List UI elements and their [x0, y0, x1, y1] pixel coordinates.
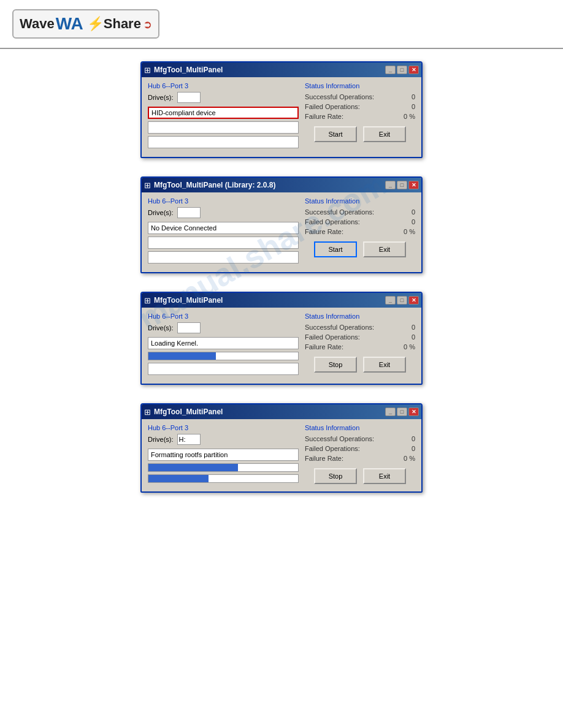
dialog-1-rate-label: Failure Rate: — [305, 113, 343, 120]
dialog-3-drives-label: Drive(s): — [148, 324, 174, 332]
dialog-1-drives-row: Drive(s): — [148, 92, 299, 103]
dialog-4-hub: Hub 6--Port 3 — [148, 424, 299, 431]
dialog-4-close-btn[interactable]: ✕ — [408, 408, 419, 416]
dialog-3-title-icon: ⊞ — [144, 296, 151, 305]
dialog-2-failure-rate: Failure Rate: 0 % — [305, 228, 415, 235]
dialog-3-progress-1-fill — [148, 352, 216, 360]
dialog-4-failed-ops: Failed Operations: 0 — [305, 445, 415, 452]
dialog-1-titlebar: ⊞ MfgTool_MultiPanel _ □ ✕ — [142, 63, 421, 77]
dialog-1-status-title: Status Information — [305, 82, 415, 89]
dialog-4-drives-row: Drive(s): — [148, 434, 299, 445]
dialog-4-failed-value: 0 — [397, 445, 415, 452]
dialog-4-titlebar: ⊞ MfgTool_MultiPanel _ □ ✕ — [142, 404, 421, 419]
dialog-2-maximize-btn[interactable]: □ — [397, 181, 407, 189]
dialog-4-failed-label: Failed Operations: — [305, 445, 360, 452]
dialog-3-minimize-btn[interactable]: _ — [385, 296, 396, 305]
dialog-3-successful-label: Successful Operations: — [305, 324, 374, 331]
dialog-1-start-btn[interactable]: Start — [314, 126, 357, 142]
dialog-4-progress-1-fill — [148, 464, 238, 471]
dialog-4-status-title: Status Information — [305, 424, 415, 431]
dialog-2-close-btn[interactable]: ✕ — [408, 181, 419, 189]
dialog-4-left: Hub 6--Port 3 Drive(s): Formatting rootf… — [148, 424, 299, 485]
dialog-4-inner: Hub 6--Port 3 Drive(s): Formatting rootf… — [148, 424, 415, 485]
dialog-1-successful-value: 0 — [397, 93, 415, 100]
logo-wave-text: Wave — [20, 17, 55, 31]
dialog-3-title: MfgTool_MultiPanel — [154, 296, 385, 305]
dialog-2-successful-value: 0 — [397, 208, 415, 216]
dialog-4-progress-2-fill — [148, 475, 209, 482]
dialog-1-hub: Hub 6--Port 3 — [148, 82, 299, 89]
dialog-4-title-icon: ⊞ — [144, 408, 151, 417]
dialog-3-titlebar-buttons: _ □ ✕ — [385, 296, 419, 305]
dialog-2-empty-row-1 — [148, 237, 299, 249]
dialog-3-maximize-btn[interactable]: □ — [397, 296, 407, 305]
dialog-3-right: Status Information Successful Operations… — [305, 313, 415, 377]
dialog-3-successful-ops: Successful Operations: 0 — [305, 324, 415, 331]
dialog-3-status-device: Loading Kernel. — [148, 337, 299, 349]
dialog-3-failed-ops: Failed Operations: 0 — [305, 333, 415, 341]
dialog-2-drives-input[interactable] — [177, 207, 201, 218]
logo-share-text: Share — [104, 16, 141, 31]
dialog-4-minimize-btn[interactable]: _ — [385, 408, 396, 416]
dialog-3-failure-rate: Failure Rate: 0 % — [305, 343, 415, 351]
dialog-1-drives-input[interactable] — [177, 92, 201, 103]
dialog-2-right: Status Information Successful Operations… — [305, 197, 415, 266]
dialog-4-drives-label: Drive(s): — [148, 436, 174, 443]
dialog-3-titlebar: ⊞ MfgTool_MultiPanel _ □ ✕ — [142, 293, 421, 308]
dialog-2-hub: Hub 6--Port 3 — [148, 197, 299, 205]
dialog-2-status-device: No Device Connected — [148, 222, 299, 234]
dialog-3-successful-value: 0 — [397, 324, 415, 331]
dialog-4-stop-btn[interactable]: Stop — [314, 468, 357, 484]
dialog-4-rate-value: 0 % — [397, 455, 415, 462]
dialog-3-close-btn[interactable]: ✕ — [408, 296, 419, 305]
dialog-1-maximize-btn[interactable]: □ — [397, 66, 407, 74]
dialog-4-body: Hub 6--Port 3 Drive(s): Formatting rootf… — [142, 419, 421, 491]
dialog-4-successful-value: 0 — [397, 435, 415, 442]
dialog-4: ⊞ MfgTool_MultiPanel _ □ ✕ Hub 6--Port 3… — [140, 403, 423, 493]
dialog-1-drives-label: Drive(s): — [148, 94, 174, 101]
dialog-4-drives-input[interactable] — [177, 434, 201, 445]
dialog-2-inner: Hub 6--Port 3 Drive(s): No Device Connec… — [148, 197, 415, 266]
dialog-1-inner: Hub 6--Port 3 Drive(s): HID-compliant de… — [148, 82, 415, 151]
dialog-2: ⊞ MfgTool_MultiPanel (Library: 2.0.8) _ … — [140, 176, 423, 273]
dialog-4-status-device: Formatting rootfs partition — [148, 449, 299, 461]
dialog-1: ⊞ MfgTool_MultiPanel _ □ ✕ Hub 6--Port 3… — [140, 61, 423, 158]
dialog-1-button-row: Start Exit — [305, 126, 415, 142]
dialog-3-progress-1-container — [148, 352, 299, 360]
dialog-2-title: MfgTool_MultiPanel (Library: 2.0.8) — [154, 181, 385, 189]
logo-icon: ⚡ — [87, 16, 104, 32]
dialog-2-failed-label: Failed Operations: — [305, 218, 360, 226]
dialog-3-stop-btn[interactable]: Stop — [314, 357, 357, 373]
dialog-2-status-title: Status Information — [305, 197, 415, 205]
dialog-3-drives-input[interactable] — [177, 322, 201, 333]
dialog-4-exit-btn[interactable]: Exit — [363, 468, 406, 484]
dialog-1-successful-ops: Successful Operations: 0 — [305, 93, 415, 100]
dialog-4-failure-rate: Failure Rate: 0 % — [305, 455, 415, 462]
dialog-2-drives-row: Drive(s): — [148, 207, 299, 218]
dialog-1-title-icon: ⊞ — [144, 66, 151, 75]
dialog-3-failed-label: Failed Operations: — [305, 333, 360, 341]
dialog-3-body: Hub 6--Port 3 Drive(s): Loading Kernel. … — [142, 308, 421, 384]
dialog-1-close-btn[interactable]: ✕ — [408, 66, 419, 74]
dialog-2-exit-btn[interactable]: Exit — [363, 241, 406, 257]
dialog-1-body: Hub 6--Port 3 Drive(s): HID-compliant de… — [142, 77, 421, 157]
dialog-3-rate-label: Failure Rate: — [305, 343, 343, 351]
dialog-1-minimize-btn[interactable]: _ — [385, 66, 396, 74]
dialog-1-title: MfgTool_MultiPanel — [154, 66, 385, 74]
dialog-1-failure-rate: Failure Rate: 0 % — [305, 113, 415, 120]
dialog-2-rate-label: Failure Rate: — [305, 228, 343, 235]
dialog-2-empty-row-2 — [148, 251, 299, 264]
dialog-2-minimize-btn[interactable]: _ — [385, 181, 396, 189]
dialog-1-right: Status Information Successful Operations… — [305, 82, 415, 151]
dialog-3-drives-row: Drive(s): — [148, 322, 299, 333]
logo-wa-text: WA — [56, 14, 83, 34]
dialog-4-maximize-btn[interactable]: □ — [397, 408, 407, 416]
dialog-1-empty-row-2 — [148, 136, 299, 148]
dialog-3-inner: Hub 6--Port 3 Drive(s): Loading Kernel. … — [148, 313, 415, 377]
dialog-3-exit-btn[interactable]: Exit — [363, 357, 406, 373]
dialog-1-exit-btn[interactable]: Exit — [363, 126, 406, 142]
dialog-1-titlebar-buttons: _ □ ✕ — [385, 66, 419, 74]
dialog-2-start-btn[interactable]: Start — [314, 241, 357, 257]
dialog-2-successful-ops: Successful Operations: 0 — [305, 208, 415, 216]
dialog-2-title-icon: ⊞ — [144, 181, 151, 190]
